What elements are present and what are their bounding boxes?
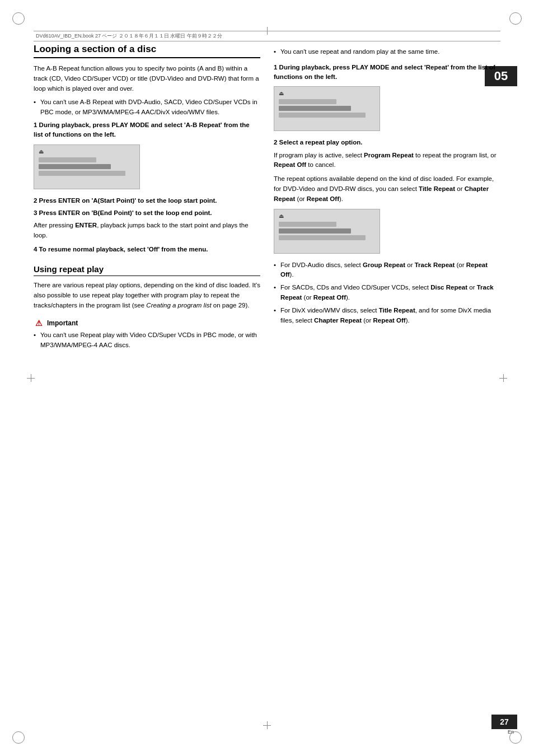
corner-mark-tr — [509, 12, 522, 25]
section1-title: Looping a section of a disc — [34, 44, 260, 58]
menu-line-3a — [279, 222, 336, 227]
warning-icon: ⚠ — [34, 318, 44, 328]
menu-screenshot-2: ⏏ — [274, 86, 380, 131]
menu-line-2a — [279, 99, 336, 104]
right-step2-body2: The repeat options available depend on t… — [274, 174, 500, 204]
section1-bullet1: You can't use A-B Repeat with DVD-Audio,… — [34, 97, 260, 118]
important-box: ⚠ Important You can't use Repeat play wi… — [34, 318, 260, 353]
menu-icon-2: ⏏ — [279, 90, 375, 96]
right-bullet-top: You can't use repeat and random play at … — [274, 47, 500, 57]
menu-line-1b — [39, 164, 111, 169]
right-step1-label: 1 During playback, press PLAY MODE and s… — [274, 63, 500, 82]
important-bullet: You can't use Repeat play with Video CD/… — [34, 330, 260, 351]
corner-mark-tl — [12, 12, 25, 25]
menu-screenshot-3: ⏏ — [274, 209, 380, 254]
section2-intro: There are various repeat play options, d… — [34, 281, 260, 310]
corner-mark-bl — [12, 731, 25, 744]
menu-line-1c — [39, 171, 125, 176]
right-step2-body1: If program play is active, select Progra… — [274, 151, 500, 171]
right-column: You can't use repeat and random play at … — [274, 44, 500, 717]
section1-intro: The A-B Repeat function allows you to sp… — [34, 64, 260, 94]
header-text: DVd610AV_IBD_EN.book 27 ページ ２０１８年６月１１日 水… — [36, 32, 222, 40]
step3-label: 3 Press ENTER on 'B(End Point)' to set t… — [34, 208, 260, 218]
step4-label: 4 To resume normal playback, select 'Off… — [34, 245, 260, 254]
menu-line-2b — [279, 106, 351, 111]
cross-bottom — [263, 721, 271, 729]
menu-line-1a — [39, 157, 96, 162]
left-column: Looping a section of a disc The A-B Repe… — [34, 44, 260, 717]
section2-title: Using repeat play — [34, 264, 260, 276]
menu-line-3b — [279, 228, 351, 234]
menu-screenshot-1: ⏏ — [34, 144, 140, 189]
menu-icon-3: ⏏ — [279, 213, 375, 219]
menu-line-3c — [279, 235, 366, 240]
menu-icon-1: ⏏ — [39, 148, 135, 155]
step2-label: 2 Press ENTER on 'A(Start Point)' to set… — [34, 196, 260, 206]
important-header: ⚠ Important — [34, 318, 260, 328]
cross-right — [499, 374, 507, 382]
header-strip: DVd610AV_IBD_EN.book 27 ページ ２０１８年６月１１日 水… — [34, 31, 500, 41]
page-sub: En — [508, 729, 514, 735]
step1-label: 1 During playback, press PLAY MODE and s… — [34, 120, 260, 140]
main-content: Looping a section of a disc The A-B Repe… — [34, 44, 500, 717]
menu-line-2c — [279, 113, 366, 118]
right-bullet-dvd: For DVD-Audio discs, select Group Repeat… — [274, 260, 500, 281]
right-bullet-divx: For DivX video/WMV discs, select Title R… — [274, 306, 500, 326]
right-step2-label: 2 Select a repeat play option. — [274, 138, 500, 147]
right-bullet-sacd: For SACDs, CDs and Video CD/Super VCDs, … — [274, 283, 500, 303]
step3-body: After pressing ENTER, playback jumps bac… — [34, 221, 260, 241]
